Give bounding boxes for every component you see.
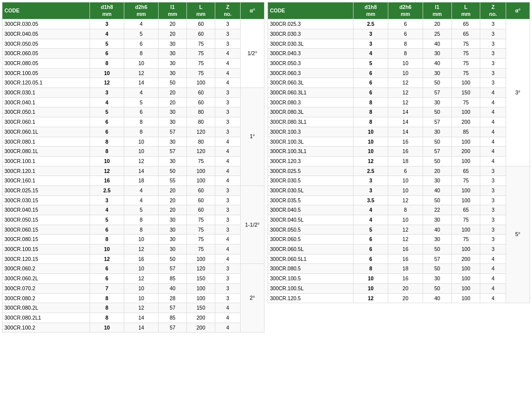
- d1-cell: 4: [354, 205, 388, 215]
- table-row: 300CR.080.2L812571504: [2, 303, 265, 313]
- data-cell: 100: [451, 107, 480, 117]
- code-cell: 300CR.060.3L: [268, 78, 354, 88]
- table-row: 300CR.080.2L1814852004: [2, 313, 265, 323]
- data-cell: 57: [423, 88, 451, 98]
- table-row: 300CR.120.151216501004: [2, 254, 265, 264]
- d1-cell: 10: [354, 147, 388, 157]
- data-cell: 100: [451, 245, 480, 254]
- data-cell: 75: [187, 225, 215, 235]
- data-cell: 3: [215, 88, 241, 98]
- table-row: 300CR.025.52.56206535°: [268, 166, 530, 176]
- data-cell: 4: [124, 88, 159, 98]
- table-row: 300CR.160.11618551004: [2, 176, 265, 186]
- d1-cell: 8: [354, 264, 388, 274]
- data-cell: 18: [124, 176, 159, 186]
- data-cell: 3: [480, 176, 506, 186]
- data-cell: 6: [124, 107, 159, 117]
- angle-cell: 2°: [241, 264, 265, 333]
- data-cell: 4: [480, 127, 506, 137]
- data-cell: 75: [451, 215, 480, 225]
- code-cell: 300CR.080.05: [2, 59, 90, 69]
- d1-cell: 4: [90, 97, 124, 107]
- table-row: 300CR.025.152.54206031-1/2°: [2, 185, 265, 195]
- table-row: 300CR.030.33625653: [268, 29, 530, 39]
- angle-cell: 1°: [241, 88, 265, 186]
- d1-cell: 12: [354, 293, 388, 303]
- d1-cell: 3: [354, 39, 388, 49]
- code-cell: 300CR.060.2L: [2, 274, 90, 284]
- data-cell: 3: [215, 225, 241, 235]
- data-cell: 50: [423, 195, 451, 205]
- data-cell: 40: [423, 39, 451, 49]
- d1-cell: 7: [90, 283, 124, 293]
- code-cell: 300CR.050.5: [268, 225, 354, 235]
- data-cell: 10: [388, 176, 423, 186]
- data-cell: 22: [423, 205, 451, 215]
- data-cell: 5: [124, 205, 159, 215]
- d1-cell: 6: [90, 127, 124, 137]
- data-cell: 3: [215, 205, 241, 215]
- data-cell: 10: [124, 283, 159, 293]
- data-cell: 85: [451, 127, 480, 137]
- data-cell: 57: [159, 303, 187, 313]
- data-cell: 8: [124, 49, 159, 59]
- code-cell: 300CR.060.5: [268, 235, 354, 245]
- d1-cell: 2.5: [90, 185, 124, 195]
- d1-cell: 3: [354, 185, 388, 195]
- data-cell: 200: [451, 254, 480, 264]
- table-row: 300CR.080.2810281003: [2, 293, 265, 303]
- data-cell: 40: [423, 59, 451, 69]
- code-cell: 300CR.060.3L1: [268, 88, 354, 98]
- d1-cell: 6: [354, 254, 388, 264]
- table-row: 300CR.080.1L810571204: [2, 147, 265, 157]
- data-cell: 18: [388, 156, 423, 166]
- data-cell: 12: [124, 68, 159, 78]
- data-cell: 100: [451, 195, 480, 205]
- data-cell: 12: [124, 303, 159, 313]
- table-row: 300CR.030.3L3840753: [268, 39, 530, 49]
- data-cell: 200: [451, 147, 480, 157]
- data-cell: 3: [215, 283, 241, 293]
- left-table-wrapper: CODE d1h8mm d2h6mm l1mm Lmm Zno. α° 300C…: [2, 2, 265, 333]
- data-cell: 4: [480, 97, 506, 107]
- d1-cell: 8: [90, 59, 124, 69]
- data-cell: 75: [451, 97, 480, 107]
- code-cell: 300CR.040.15: [2, 205, 90, 215]
- d1-cell: 5: [354, 225, 388, 235]
- angle-cell: 3°: [506, 19, 530, 166]
- code-cell: 300CR.025.5: [268, 166, 354, 176]
- data-cell: 3: [215, 29, 241, 39]
- code-cell: 300CR.120.15: [2, 254, 90, 264]
- code-cell: 300CR.060.3: [268, 68, 354, 78]
- data-cell: 75: [187, 215, 215, 225]
- data-cell: 20: [159, 88, 187, 98]
- left-th-d1h8: d1h8mm: [90, 2, 124, 19]
- data-cell: 4: [480, 137, 506, 147]
- code-cell: 300CR.040.05: [2, 29, 90, 39]
- left-th-code: CODE: [2, 2, 90, 19]
- code-cell: 300CR.120.5: [268, 293, 354, 303]
- code-cell: 300CR.080.2: [2, 293, 90, 303]
- code-cell: 300CR.050.05: [2, 39, 90, 49]
- data-cell: 3: [480, 205, 506, 215]
- data-cell: 20: [423, 19, 451, 29]
- data-cell: 30: [423, 97, 451, 107]
- data-cell: 4: [480, 117, 506, 127]
- d1-cell: 5: [90, 39, 124, 49]
- data-cell: 3: [480, 245, 506, 254]
- table-row: 300CR.060.3L612501003: [268, 78, 530, 88]
- code-cell: 300CR.080.15: [2, 235, 90, 245]
- d1-cell: 10: [354, 137, 388, 147]
- data-cell: 3: [480, 49, 506, 59]
- code-cell: 300CR.100.05: [2, 68, 90, 78]
- data-cell: 3: [215, 215, 241, 225]
- data-cell: 4: [215, 254, 241, 264]
- data-cell: 60: [187, 195, 215, 205]
- data-cell: 4: [480, 293, 506, 303]
- data-cell: 50: [423, 156, 451, 166]
- data-cell: 3: [480, 235, 506, 245]
- code-cell: 300CR.100.1: [2, 156, 90, 166]
- left-table-header-row: CODE d1h8mm d2h6mm l1mm Lmm Zno. α°: [2, 2, 265, 19]
- table-row: 300CR.080.5818501004: [268, 264, 530, 274]
- data-cell: 30: [159, 49, 187, 59]
